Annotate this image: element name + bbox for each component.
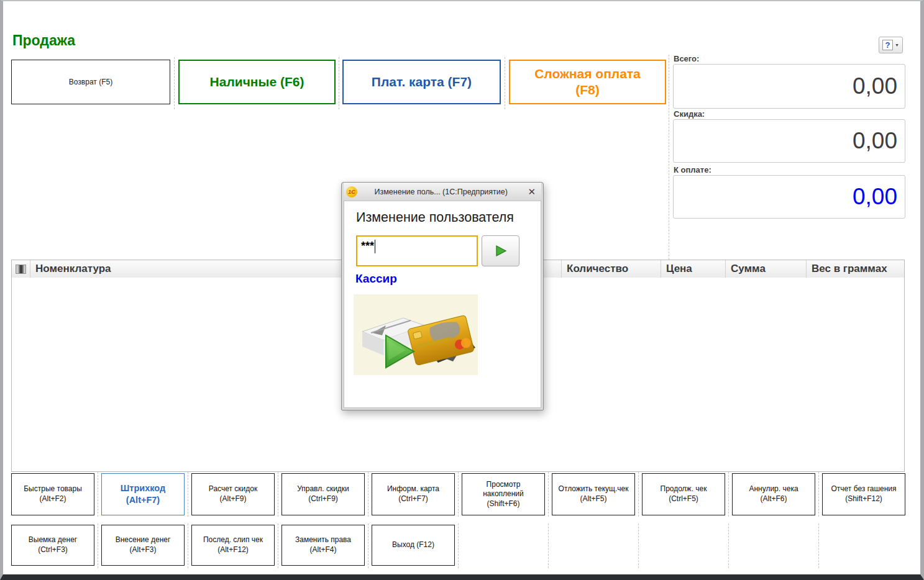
password-value: ***	[361, 240, 374, 252]
page-title: Продажа	[12, 32, 75, 49]
splitter	[728, 523, 729, 568]
splitter	[98, 472, 98, 517]
column-header-sum[interactable]: Сумма	[726, 260, 807, 278]
defer-receipt-button[interactable]: Отложить текущ.чек(Alt+F5)	[552, 473, 635, 515]
view-accumulations-button[interactable]: Просмотр накоплений(Shift+F6)	[462, 473, 545, 515]
column-header-price[interactable]: Цена	[661, 260, 726, 278]
discount-calc-button[interactable]: Расчет скидок(Alt+F9)	[191, 473, 275, 515]
password-input[interactable]: ***	[356, 235, 478, 266]
continue-receipt-button[interactable]: Продолж. чек(Ctrl+F5)	[642, 473, 725, 515]
dialog-body: Изменение пользователя *** Кассир	[344, 201, 541, 408]
quick-goods-button[interactable]: Быстрые товары(Alt+F2)	[11, 473, 94, 515]
row-number-icon	[16, 265, 26, 274]
discount-field: 0,00	[673, 119, 905, 163]
total-value: 0,00	[853, 73, 897, 99]
total-field: 0,00	[673, 64, 905, 109]
splitter	[548, 523, 549, 568]
column-header-quantity[interactable]: Количество	[562, 260, 661, 278]
dialog-titlebar[interactable]: 1С Изменение поль... (1С:Предприятие) ✕	[344, 183, 541, 201]
dialog-title: Изменение поль... (1С:Предприятие)	[361, 188, 521, 196]
splitter	[278, 472, 278, 517]
splitter	[278, 523, 278, 568]
info-card-button[interactable]: Информ. карта(Ctrl+F7)	[372, 473, 455, 515]
splitter	[174, 57, 175, 109]
column-header-weight[interactable]: Вес в граммах	[807, 260, 904, 278]
splitter	[368, 523, 368, 568]
x-report-button[interactable]: Отчет без гашения(Shift+F12)	[822, 473, 905, 515]
cashier-user-link[interactable]: Кассир	[355, 272, 397, 286]
splitter	[638, 472, 639, 517]
splitter	[818, 523, 819, 568]
splitter	[548, 472, 549, 517]
splitter	[339, 57, 339, 109]
exit-button[interactable]: Выход (F12)	[372, 525, 455, 566]
to-pay-label: К оплате:	[674, 165, 711, 174]
change-rights-button[interactable]: Заменить права(Alt+F4)	[281, 525, 365, 566]
cash-deposit-button[interactable]: Внесение денег(Alt+F3)	[101, 525, 185, 566]
splitter	[98, 523, 98, 568]
discount-value: 0,00	[853, 128, 897, 154]
splitter	[669, 55, 669, 260]
discount-label: Скидка:	[674, 109, 705, 119]
cash-payment-button[interactable]: Наличные (F6)	[178, 60, 336, 104]
splitter	[458, 472, 459, 517]
splitter	[458, 523, 459, 568]
void-receipt-button[interactable]: Аннулир. чека(Alt+F6)	[732, 473, 815, 515]
help-icon: ?	[882, 40, 893, 50]
help-button[interactable]: ? ▼	[879, 37, 903, 53]
close-icon[interactable]: ✕	[524, 186, 539, 197]
splitter	[728, 472, 729, 517]
change-user-dialog: 1С Изменение поль... (1С:Предприятие) ✕ …	[341, 182, 544, 410]
cash-withdrawal-button[interactable]: Выемка денег(Ctrl+F3)	[11, 525, 94, 566]
splitter	[505, 57, 505, 109]
splitter	[188, 472, 188, 517]
to-pay-field: 0,00	[673, 175, 905, 219]
card-reader-image	[354, 294, 478, 375]
return-button[interactable]: Возврат (F5)	[11, 60, 170, 104]
barcode-button[interactable]: Штрихкод(Alt+F7)	[101, 473, 185, 515]
chevron-down-icon: ▼	[895, 43, 899, 47]
complex-payment-button[interactable]: Сложная оплата (F8)	[509, 60, 666, 104]
dialog-heading: Изменение пользователя	[356, 210, 514, 225]
1c-logo-icon: 1С	[346, 186, 357, 197]
text-caret	[375, 240, 375, 253]
row-number-column-header[interactable]	[12, 260, 30, 278]
total-label: Всего:	[674, 54, 699, 63]
app-window: { "app": { "page_title": "Продажа" }, "h…	[0, 0, 924, 580]
play-icon	[495, 245, 507, 257]
manage-discounts-button[interactable]: Управл. скидки(Ctrl+F9)	[281, 473, 365, 515]
last-slip-button[interactable]: Послед. слип чек(Alt+F12)	[191, 525, 275, 566]
to-pay-value: 0,00	[853, 184, 897, 210]
splitter	[818, 472, 819, 517]
card-payment-button[interactable]: Плат. карта (F7)	[342, 60, 501, 104]
confirm-button[interactable]	[482, 235, 519, 266]
splitter	[188, 523, 188, 568]
splitter	[638, 523, 639, 568]
splitter	[368, 472, 368, 517]
